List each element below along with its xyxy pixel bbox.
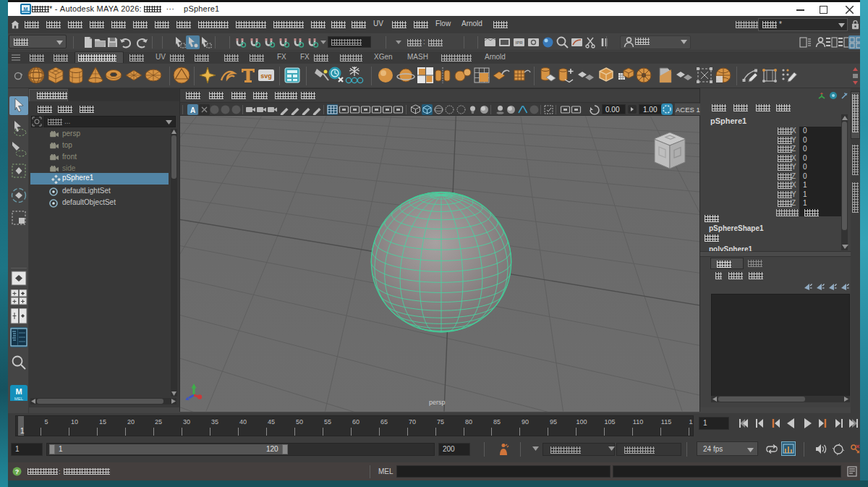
svg-text:IPR: IPR xyxy=(515,41,523,45)
svg-text:M: M xyxy=(15,387,22,396)
svg-text:?: ? xyxy=(15,468,20,475)
svg-text:MEL: MEL xyxy=(14,397,24,401)
svg-text:A: A xyxy=(190,106,195,114)
svg-text:svg: svg xyxy=(260,72,272,80)
svg-text:M: M xyxy=(24,7,28,12)
